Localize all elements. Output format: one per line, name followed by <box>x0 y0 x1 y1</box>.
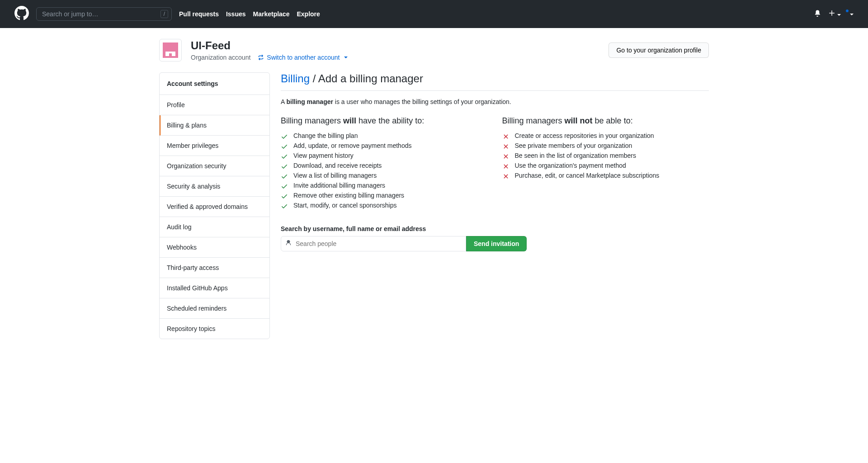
search-people-label: Search by username, full name or email a… <box>281 225 709 232</box>
restriction-text: Create or access repositories in your or… <box>515 132 654 139</box>
nav-explore[interactable]: Explore <box>297 10 320 18</box>
header-right <box>814 9 854 19</box>
billing-breadcrumb-link[interactable]: Billing <box>281 72 310 85</box>
wont-list: Create or access repositories in your or… <box>502 131 709 181</box>
ability-item: Change the billing plan <box>281 131 488 141</box>
sidebar-item-third-party[interactable]: Third-party access <box>160 258 269 278</box>
check-icon <box>281 203 288 210</box>
check-icon <box>281 133 288 140</box>
sidebar-item-security-analysis[interactable]: Security & analysis <box>160 176 269 197</box>
x-icon <box>502 173 509 180</box>
wont-column: Billing managers will not be able to: Cr… <box>502 116 709 211</box>
nav-marketplace[interactable]: Marketplace <box>253 10 290 18</box>
restriction-text: Be seen in the list of organization memb… <box>515 152 636 159</box>
ability-text: Start, modify, or cancel sponsorships <box>293 202 397 209</box>
x-icon <box>502 153 509 160</box>
content-grid: Account settings Profile Billing & plans… <box>159 72 709 339</box>
ability-text: Remove other existing billing managers <box>293 192 404 199</box>
ability-item: View a list of billing managers <box>281 171 488 181</box>
restriction-item: Use the organization's payment method <box>502 161 709 171</box>
restriction-text: Use the organization's payment method <box>515 162 626 169</box>
ability-item: Invite additional billing managers <box>281 181 488 191</box>
global-header: / Pull requests Issues Marketplace Explo… <box>0 0 868 28</box>
ability-item: Start, modify, or cancel sponsorships <box>281 201 488 211</box>
ability-text: Add, update, or remove payment methods <box>293 142 411 149</box>
ability-text: View payment history <box>293 152 354 159</box>
wont-title: Billing managers will not be able to: <box>502 116 709 126</box>
search-section: Search by username, full name or email a… <box>281 225 709 251</box>
ability-item: View payment history <box>281 151 488 161</box>
restriction-text: Purchase, edit, or cancel Marketplace su… <box>515 172 660 179</box>
send-invitation-button[interactable]: Send invitation <box>466 236 527 251</box>
page-description: A billing manager is a user who manages … <box>281 98 709 105</box>
notifications-icon[interactable] <box>814 9 821 19</box>
ability-item: Add, update, or remove payment methods <box>281 141 488 151</box>
org-info: UI-Feed Organization account Switch to a… <box>191 39 348 61</box>
abilities-columns: Billing managers will have the ability t… <box>281 116 709 211</box>
search-people-input[interactable] <box>281 236 466 251</box>
global-search-input[interactable] <box>36 7 172 21</box>
sidebar-item-repo-topics[interactable]: Repository topics <box>160 319 269 339</box>
main-content: Billing / Add a billing manager A billin… <box>281 72 709 339</box>
sidebar-item-verified-domains[interactable]: Verified & approved domains <box>160 197 269 217</box>
org-avatar[interactable] <box>159 39 182 61</box>
github-logo[interactable] <box>14 6 29 22</box>
check-icon <box>281 173 288 180</box>
settings-sidebar: Account settings Profile Billing & plans… <box>159 72 270 339</box>
sidebar-item-installed-apps[interactable]: Installed GitHub Apps <box>160 278 269 298</box>
check-icon <box>281 143 288 150</box>
x-icon <box>502 143 509 150</box>
check-icon <box>281 193 288 200</box>
sidebar-item-org-security[interactable]: Organization security <box>160 156 269 176</box>
sidebar-item-member-privileges[interactable]: Member privileges <box>160 136 269 156</box>
page-title-text: Add a billing manager <box>318 72 423 85</box>
restriction-item: See private members of your organization <box>502 141 709 151</box>
main-container: UI-Feed Organization account Switch to a… <box>145 28 723 350</box>
sidebar-item-audit-log[interactable]: Audit log <box>160 217 269 237</box>
user-avatar[interactable] <box>848 10 854 18</box>
restriction-item: Be seen in the list of organization memb… <box>502 151 709 161</box>
go-to-org-profile-button[interactable]: Go to your organization profile <box>609 43 709 58</box>
check-icon <box>281 163 288 170</box>
person-icon <box>285 240 292 248</box>
org-type: Organization account <box>191 54 250 61</box>
ability-text: Change the billing plan <box>293 132 358 139</box>
create-new-icon[interactable] <box>828 9 841 19</box>
primary-nav: Pull requests Issues Marketplace Explore <box>179 10 320 18</box>
x-icon <box>502 163 509 170</box>
search-slash-hint: / <box>160 10 168 18</box>
will-title: Billing managers will have the ability t… <box>281 116 488 126</box>
ability-item: Download, and receive receipts <box>281 161 488 171</box>
will-column: Billing managers will have the ability t… <box>281 116 488 211</box>
restriction-text: See private members of your organization <box>515 142 632 149</box>
check-icon <box>281 153 288 160</box>
ability-text: View a list of billing managers <box>293 172 377 179</box>
restriction-item: Purchase, edit, or cancel Marketplace su… <box>502 171 709 181</box>
x-icon <box>502 133 509 140</box>
page-title: Billing / Add a billing manager <box>281 72 709 91</box>
org-name: UI-Feed <box>191 39 348 52</box>
ability-text: Download, and receive receipts <box>293 162 382 169</box>
switch-account-label: Switch to another account <box>267 54 340 61</box>
title-separator: / <box>310 72 318 85</box>
nav-pull-requests[interactable]: Pull requests <box>179 10 219 18</box>
org-header: UI-Feed Organization account Switch to a… <box>159 39 709 61</box>
restriction-item: Create or access repositories in your or… <box>502 131 709 141</box>
sidebar-item-billing[interactable]: Billing & plans <box>160 115 269 136</box>
sidebar-item-scheduled-reminders[interactable]: Scheduled reminders <box>160 298 269 319</box>
check-icon <box>281 183 288 190</box>
sidebar-item-profile[interactable]: Profile <box>160 95 269 115</box>
sidebar-item-webhooks[interactable]: Webhooks <box>160 237 269 258</box>
ability-text: Invite additional billing managers <box>293 182 385 189</box>
will-list: Change the billing planAdd, update, or r… <box>281 131 488 211</box>
sidebar-header: Account settings <box>160 73 269 95</box>
ability-item: Remove other existing billing managers <box>281 191 488 201</box>
nav-issues[interactable]: Issues <box>226 10 246 18</box>
search-wrap: / <box>36 7 172 21</box>
switch-account-link[interactable]: Switch to another account <box>258 54 348 61</box>
